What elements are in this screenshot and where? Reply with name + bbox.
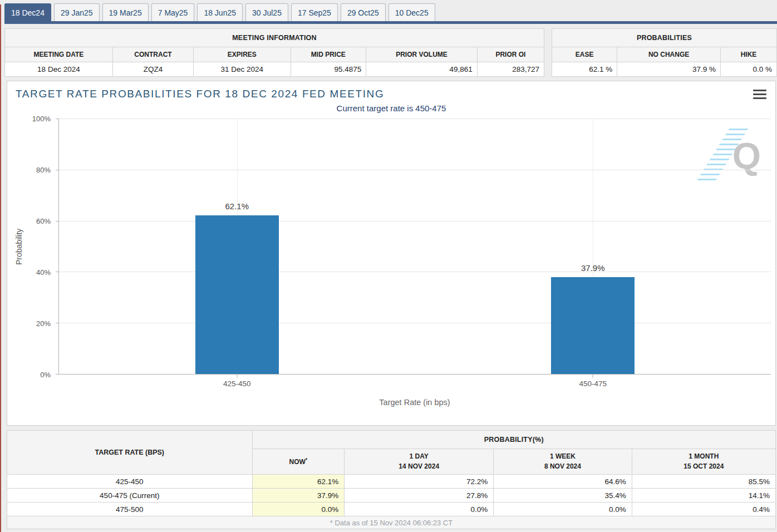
table-footnote-row: * Data as of 15 Nov 2024 06:06:23 CT	[7, 516, 776, 529]
y-gridline	[59, 221, 771, 221]
chart-bar-425-450[interactable]	[195, 215, 279, 374]
y-tick-mark	[56, 323, 59, 323]
col-no-change: NO CHANGE	[617, 47, 721, 62]
table-row-475-500: 475-500 0.0% 0.0% 0.0% 0.4%	[7, 503, 776, 516]
col-now: NOW*	[252, 449, 345, 475]
month-value: 85.5%	[632, 475, 775, 489]
prior-volume-value: 49,861	[366, 62, 478, 77]
now-value: 37.9%	[252, 489, 345, 503]
week-value: 64.6%	[494, 475, 632, 489]
col-ease: EASE	[552, 47, 617, 62]
probability-pct-header: PROBABILITY(%)	[252, 431, 775, 449]
tab-7-may25[interactable]: 7 May25	[151, 3, 195, 21]
hike-value: 0.0 %	[720, 62, 776, 77]
week-value: 0.0%	[494, 503, 632, 516]
y-tick-label: 80%	[36, 166, 51, 174]
y-tick-label: 60%	[36, 217, 51, 225]
y-tick-label: 100%	[32, 115, 51, 123]
fedwatch-page: 18 Dec24 29 Jan25 19 Mar25 7 May25 18 Ju…	[0, 0, 777, 529]
y-gridline	[59, 323, 771, 323]
tab-18-dec24[interactable]: 18 Dec24	[4, 3, 51, 21]
plot-area: Q 62.1%425-45037.9%450-475	[58, 119, 771, 375]
col-meeting-date: MEETING DATE	[5, 47, 113, 62]
month-value: 0.4%	[632, 503, 775, 516]
tab-30-jul25[interactable]: 30 Jul25	[245, 3, 288, 21]
meeting-tab-bar: 18 Dec24 29 Jan25 19 Mar25 7 May25 18 Ju…	[4, 3, 777, 24]
tab-29-oct25[interactable]: 29 Oct25	[341, 3, 386, 21]
meeting-information-table: MEETING INFORMATION MEETING DATE CONTRAC…	[4, 28, 544, 77]
col-contract: CONTRACT	[112, 47, 193, 62]
y-tick-mark	[56, 374, 59, 375]
col-prior-volume: PRIOR VOLUME	[366, 47, 478, 62]
y-tick-mark	[56, 170, 59, 170]
table-row-425-450: 425-450 62.1% 72.2% 64.6% 85.5%	[7, 475, 776, 489]
x-tick-label: 425-450	[223, 380, 251, 388]
y-tick-mark	[56, 221, 59, 221]
bar-value-label: 62.1%	[225, 201, 249, 211]
col-mid-price: MID PRICE	[291, 47, 366, 62]
y-tick-label: 0%	[40, 371, 51, 379]
rate-label: 475-500	[7, 503, 253, 516]
mid-price-value: 95.4875	[291, 62, 366, 77]
probability-history-table: TARGET RATE (BPS) PROBABILITY(%) NOW* 1 …	[7, 430, 776, 529]
no-change-value: 37.9 %	[617, 62, 721, 77]
now-value: 62.1%	[252, 475, 345, 489]
meeting-info-row: 18 Dec 2024 ZQZ4 31 Dec 2024 95.4875 49,…	[5, 62, 544, 77]
meeting-date-value: 18 Dec 2024	[5, 62, 113, 77]
chart-subtitle: Current target rate is 450-475	[7, 104, 775, 113]
y-gridline	[59, 272, 771, 272]
week-value: 35.4%	[494, 489, 632, 503]
y-tick-label: 40%	[36, 268, 51, 277]
col-prior-oi: PRIOR OI	[477, 47, 544, 62]
data-as-of-footnote: * Data as of 15 Nov 2024 06:06:23 CT	[7, 516, 776, 529]
col-1-month: 1 MONTH15 OCT 2024	[632, 449, 775, 475]
x-tick-label: 450-475	[579, 380, 607, 388]
day-value: 27.8%	[345, 489, 494, 503]
x-axis-title: Target Rate (in bps)	[58, 398, 771, 407]
bar-value-label: 37.9%	[581, 263, 605, 273]
col-expires: EXPIRES	[194, 47, 291, 62]
header-info-row: MEETING INFORMATION MEETING DATE CONTRAC…	[4, 28, 777, 77]
chart-canvas: Probability 0%20%40%60%80%100% Q 62.1%42…	[7, 114, 775, 421]
y-gridline	[59, 170, 771, 170]
now-value: 0.0%	[252, 503, 345, 516]
y-axis-labels: 0%20%40%60%80%100%	[7, 119, 55, 375]
quikstrike-watermark: Q	[710, 129, 763, 182]
col-1-day: 1 DAY14 NOV 2024	[345, 449, 494, 475]
chart-bar-450-475[interactable]	[551, 277, 635, 374]
probabilities-row: 62.1 % 37.9 % 0.0 %	[552, 62, 777, 77]
x-tick-mark	[237, 374, 237, 378]
target-rate-bps-header: TARGET RATE (BPS)	[7, 431, 253, 475]
rate-label: 450-475 (Current)	[7, 489, 253, 503]
y-tick-label: 20%	[36, 319, 51, 328]
probabilities-table: PROBABILITIES EASE NO CHANGE HIKE 62.1 %…	[552, 28, 777, 77]
tab-18-jun25[interactable]: 18 Jun25	[197, 3, 243, 21]
contract-value: ZQZ4	[112, 62, 193, 77]
col-1-week: 1 WEEK8 NOV 2024	[494, 449, 632, 475]
month-value: 14.1%	[632, 489, 775, 503]
meeting-information-header: MEETING INFORMATION	[5, 29, 544, 47]
tab-10-dec25[interactable]: 10 Dec25	[389, 3, 435, 21]
tab-19-mar25[interactable]: 19 Mar25	[102, 3, 149, 21]
y-tick-mark	[56, 119, 59, 119]
watermark-stripes-icon	[697, 129, 749, 181]
day-value: 72.2%	[345, 475, 494, 489]
ease-value: 62.1 %	[552, 62, 617, 77]
probabilities-header: PROBABILITIES	[552, 29, 777, 47]
tab-17-sep25[interactable]: 17 Sep25	[291, 3, 338, 21]
target-rate-chart-panel: TARGET RATE PROBABILITIES FOR 18 DEC 202…	[7, 81, 776, 426]
hamburger-menu-icon[interactable]	[753, 90, 766, 101]
rate-label: 425-450	[7, 475, 253, 489]
col-hike: HIKE	[720, 47, 776, 62]
prior-oi-value: 283,727	[477, 62, 544, 77]
expires-value: 31 Dec 2024	[194, 62, 291, 77]
table-row-450-475: 450-475 (Current) 37.9% 27.8% 35.4% 14.1…	[7, 489, 776, 503]
y-tick-mark	[56, 272, 59, 272]
day-value: 0.0%	[345, 503, 494, 516]
chart-title: TARGET RATE PROBABILITIES FOR 18 DEC 202…	[7, 81, 775, 100]
x-tick-mark	[593, 374, 593, 378]
y-gridline	[59, 119, 771, 119]
watermark-q-icon: Q	[732, 137, 761, 174]
tab-29-jan25[interactable]: 29 Jan25	[54, 3, 100, 21]
